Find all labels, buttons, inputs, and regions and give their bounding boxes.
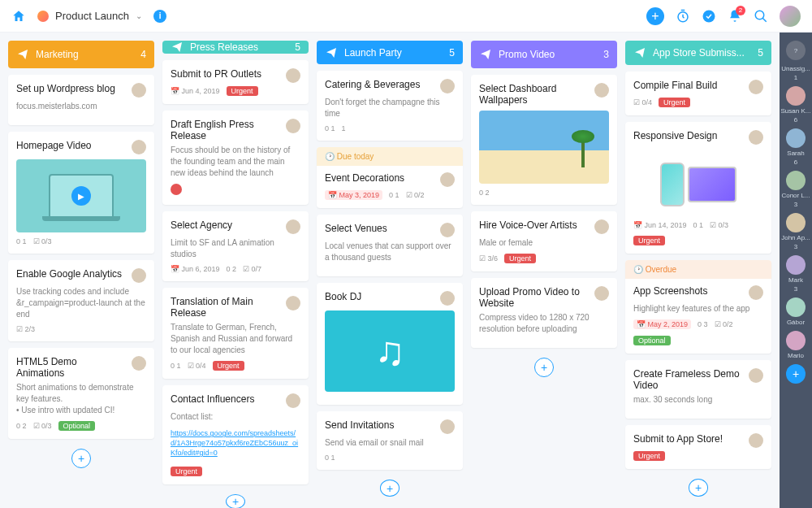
user-avatar[interactable] [780,6,801,27]
add-card-button[interactable]: + [534,358,554,377]
column-header[interactable]: App Store Submiss...5 [625,41,771,65]
sidebar-person[interactable]: Susan K...6 [780,86,812,124]
card-meta: ☑ 3/6Urgent [479,254,609,263]
assignee-avatar[interactable] [286,119,300,133]
help-icon[interactable]: ? [780,41,812,60]
task-card[interactable]: Catering & BeveragesDon't forget the cha… [317,71,463,141]
card-link[interactable]: https://docs.google.com/spreadsheets/d/1… [171,429,298,457]
add-card-button[interactable]: + [71,449,91,468]
column-header[interactable]: Marketing4 [8,41,154,68]
task-card[interactable]: Draft English Press ReleaseFocus should … [162,111,309,205]
search-icon[interactable] [754,9,768,24]
assignee-avatar[interactable] [749,285,763,300]
assignee-avatar[interactable] [594,83,609,98]
notification-badge: 2 [736,6,745,15]
column-title: Marketing [36,49,79,60]
add-person-button[interactable]: + [786,364,806,384]
assignee-avatar[interactable] [286,219,300,234]
task-card[interactable]: Compile Final Build☑ 0/4Urgent [625,72,771,115]
task-card[interactable]: Select AgencyLimit to SF and LA animatio… [162,211,309,281]
sidebar-person[interactable]: Gábor [780,297,812,326]
card-title-row: Event Decorations [325,172,455,187]
info-icon[interactable]: i [153,10,166,23]
project-selector[interactable]: Product Launch ⌄ [37,10,142,22]
person-count: 6 [794,116,797,124]
task-card[interactable]: Select Dashboard Wallpapers0 2 [471,75,617,205]
assignee-avatar[interactable] [286,296,300,310]
assignee-avatar[interactable] [286,393,300,408]
assignee-avatar[interactable] [132,83,146,98]
sidebar-person[interactable]: Mark3 [780,255,812,293]
assignee-avatar[interactable] [440,419,455,434]
task-card[interactable]: Translation of Main ReleaseTranslate to … [162,288,309,379]
card-description: Compress video to 1280 x 720 resolution … [479,312,609,335]
assignee-avatar[interactable] [440,291,455,306]
meta-item: 0 1 [16,237,27,245]
task-card[interactable]: Responsive Design📅 Jun 14, 20190 1☑ 0/3U… [625,122,771,254]
meta-item: ☑ 0/2 [715,320,733,328]
task-card[interactable]: Submit to PR Outlets📅 Jun 4, 2019Urgent [162,60,309,104]
column-count: 3 [603,49,609,60]
task-card[interactable]: Contact InfluencersContact list:https://… [162,385,309,484]
assignee-avatar[interactable] [440,79,455,93]
card-meta: 📅 Jun 4, 2019Urgent [171,86,300,96]
column-header[interactable]: Promo Video3 [471,41,617,68]
card-image: ▶ [16,159,146,232]
task-card[interactable]: HTML5 Demo AnimationsShort animations to… [8,348,154,439]
bell-icon[interactable]: 2 [728,9,742,24]
assignee-avatar[interactable] [749,368,763,383]
column-header[interactable]: Launch Party5 [317,41,463,64]
task-card[interactable]: Hire Voice-Over ArtistsMale or female☑ 3… [471,211,617,271]
assignee-avatar[interactable] [132,268,146,283]
project-color-icon [37,11,49,22]
add-card-button[interactable]: + [226,494,245,508]
sidebar-person[interactable]: Conor L...3 [780,171,812,208]
chevron-down-icon: ⌄ [136,11,142,20]
assignee-avatar[interactable] [749,433,763,448]
sidebar-person[interactable]: Sarah6 [780,128,812,166]
task-card[interactable]: Create Frameless Demo Videomax. 30 secon… [625,360,771,419]
add-card-button[interactable]: + [689,479,708,497]
column-header[interactable]: Press Releases5 [162,41,309,54]
meta-item: 📅 Jun 6, 2019 [171,265,220,273]
home-icon[interactable] [11,9,26,24]
assignee-avatar[interactable] [132,140,146,154]
top-bar: Product Launch ⌄ i + 2 [0,0,812,33]
sidebar-person[interactable]: Mario [780,331,812,359]
task-card[interactable]: Enable Google AnalyticsUse tracking code… [8,260,154,341]
card-title-row: Contact Influencers [171,393,300,408]
task-card[interactable]: Homepage Video▶0 1☑ 0/3 [8,132,154,254]
card-meta: 📅 May 2, 20190 3☑ 0/2Optional [633,319,763,345]
add-card-button[interactable]: + [380,480,400,497]
task-card[interactable]: Upload Promo Video to WebsiteCompress vi… [471,278,617,348]
card-image [633,148,763,221]
assignee-avatar[interactable] [594,286,609,301]
task-card[interactable]: Select VenuesLocal venues that can suppo… [317,215,463,276]
task-card[interactable]: Book DJ♫ [317,283,463,405]
card-meta: Urgent [171,467,300,476]
task-card[interactable]: Send InvitationsSend via email or snail … [317,411,463,470]
assignee-avatar[interactable] [749,80,763,94]
timer-icon[interactable] [676,9,690,24]
person-count: 6 [794,158,797,166]
column-count: 5 [449,47,455,59]
task-card[interactable]: 🕑 Due todayEvent Decorations📅 May 3, 201… [317,147,463,208]
task-card[interactable]: Set up Wordpress blogfocus.meisterlabs.c… [8,75,154,125]
assignee-avatar[interactable] [440,223,455,237]
card-meta: 0 1 [325,454,455,462]
task-card[interactable]: Submit to App Store!Urgent [625,425,771,469]
sidebar-person[interactable]: John Ap...3 [780,213,812,250]
add-button[interactable]: + [646,7,664,25]
assignee-avatar[interactable] [594,219,609,234]
project-name: Product Launch [55,10,129,22]
sidebar-person[interactable]: Unassig...1 [780,65,812,81]
assignee-avatar[interactable] [286,68,300,83]
assignee-avatar[interactable] [440,172,455,187]
meta-item: 📅 May 2, 2019 [633,319,691,329]
check-icon[interactable] [702,9,716,24]
task-card[interactable]: 🕑 OverdueApp ScreenshotsHighlight key fe… [625,260,771,354]
column: Launch Party5Catering & BeveragesDon't f… [317,41,463,500]
card-image [479,111,609,184]
assignee-avatar[interactable] [749,130,763,145]
assignee-avatar[interactable] [132,356,146,371]
